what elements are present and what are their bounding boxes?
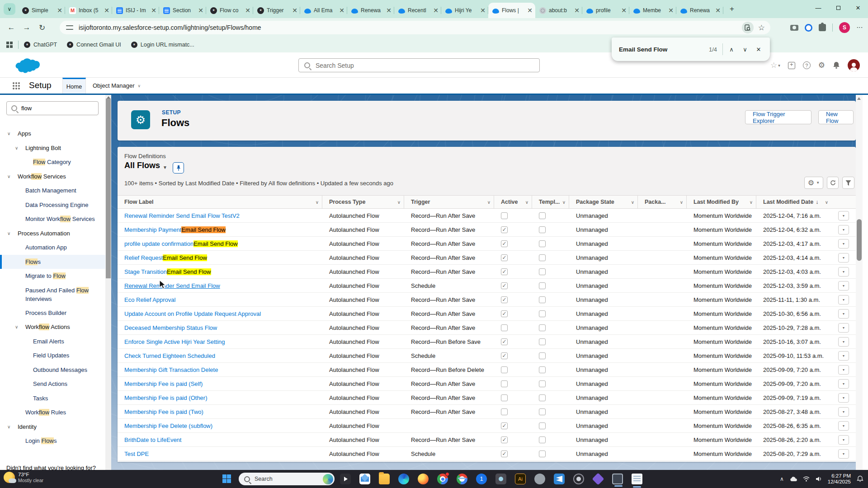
sidebar-item-workflow-rules[interactable]: Workflow Rules bbox=[0, 405, 105, 420]
chevron-down-icon[interactable]: ∨ bbox=[7, 226, 10, 241]
flow-label-link[interactable]: BrithDate to LifeEvent bbox=[118, 433, 322, 446]
tray-expand-icon[interactable]: ∧ bbox=[780, 476, 784, 482]
taskbar-clock[interactable]: 6:27 PM 12/4/2025 bbox=[828, 473, 851, 485]
setup-gear-icon[interactable]: ⚙ bbox=[818, 61, 825, 70]
row-actions-dropdown-button[interactable]: ▼ bbox=[838, 295, 849, 305]
row-actions-dropdown-button[interactable]: ▼ bbox=[838, 393, 849, 403]
row-actions-dropdown-button[interactable]: ▼ bbox=[838, 211, 849, 221]
list-view-name[interactable]: All Flows bbox=[124, 161, 160, 170]
tab-search-button[interactable]: ∨ bbox=[4, 3, 15, 15]
tab-close-icon[interactable]: ✕ bbox=[433, 7, 439, 14]
sidebar-item-identity[interactable]: ∨Identity bbox=[0, 420, 105, 434]
column-menu-icon[interactable]: ∨ bbox=[562, 200, 566, 205]
column-menu-icon[interactable]: ∨ bbox=[525, 200, 528, 205]
sidebar-item-paused-and-failed-flow-interviews[interactable]: Paused And Failed Flow Interviews bbox=[0, 283, 105, 306]
page-scrollbar[interactable] bbox=[856, 95, 863, 470]
global-actions-plus-icon[interactable] bbox=[788, 62, 795, 69]
address-bar[interactable]: isijoftoronto.my.salesforce-setup.com/li… bbox=[60, 21, 770, 34]
column-header-packa[interactable]: Packa...∨ bbox=[638, 196, 687, 208]
flow-label-link[interactable]: Test DPE bbox=[118, 447, 322, 460]
onepassword-app-icon[interactable] bbox=[476, 474, 487, 484]
favorites-star-icon[interactable]: ☆▾ bbox=[770, 61, 780, 70]
browser-tab-0[interactable]: Simple✕ bbox=[18, 3, 65, 18]
extensions-puzzle-icon[interactable] bbox=[819, 24, 826, 31]
list-view-caret-icon[interactable]: ▼ bbox=[163, 165, 167, 170]
chevron-down-icon[interactable]: ∨ bbox=[7, 420, 10, 434]
purple-diamond-app-icon[interactable] bbox=[592, 473, 604, 485]
tab-close-icon[interactable]: ✕ bbox=[668, 7, 674, 14]
sidebar-item-automation-app[interactable]: Automation App bbox=[0, 240, 105, 255]
sidebar-quick-find[interactable]: flow bbox=[6, 101, 99, 115]
tab-close-icon[interactable]: ✕ bbox=[245, 7, 250, 14]
chrome-browser-badged-icon[interactable] bbox=[437, 474, 448, 484]
start-button[interactable] bbox=[222, 474, 231, 483]
media-player-icon[interactable] bbox=[340, 474, 351, 484]
flow-label-link[interactable]: Membership Fee is paid (Two) bbox=[118, 405, 322, 418]
column-menu-icon[interactable]: ∨ bbox=[316, 200, 319, 205]
row-actions-dropdown-button[interactable]: ▼ bbox=[838, 379, 849, 389]
taskbar-weather-widget[interactable]: 73°F Mostly clear bbox=[4, 472, 43, 483]
sidebar-item-workflow-services[interactable]: ∨Workflow Services bbox=[0, 169, 105, 184]
sidebar-item-field-updates[interactable]: Field Updates bbox=[0, 348, 105, 363]
browser-tab-13[interactable]: Membe✕ bbox=[629, 3, 676, 18]
browser-tab-12[interactable]: profile✕ bbox=[582, 3, 629, 18]
browser-tab-14[interactable]: Renewa✕ bbox=[676, 3, 723, 18]
flow-label-link[interactable]: Eco Relief Approval bbox=[118, 293, 322, 306]
sidebar-item-process-builder[interactable]: Process Builder bbox=[0, 306, 105, 320]
tab-close-icon[interactable]: ✕ bbox=[386, 7, 392, 14]
mail-app-icon[interactable] bbox=[359, 474, 370, 484]
page-scrollbar-thumb[interactable] bbox=[857, 219, 862, 261]
tab-close-icon[interactable]: ✕ bbox=[198, 7, 203, 14]
flow-label-link[interactable]: Membership Payment Email Send Flow bbox=[118, 223, 322, 236]
list-settings-button[interactable]: ⚙▼ bbox=[804, 177, 823, 189]
volume-icon[interactable] bbox=[816, 476, 822, 482]
row-actions-dropdown-button[interactable]: ▼ bbox=[838, 253, 849, 263]
onepassword-extension-icon[interactable] bbox=[805, 24, 812, 32]
find-in-page-icon[interactable] bbox=[742, 22, 754, 33]
reload-button[interactable]: ↻ bbox=[34, 23, 50, 33]
column-menu-icon[interactable]: ∨ bbox=[631, 200, 634, 205]
sidebar-item-batch-management[interactable]: Batch Management bbox=[0, 183, 105, 198]
bookmark-item-1[interactable]: Connect Gmail UI bbox=[67, 42, 121, 48]
sidebar-item-flow-category[interactable]: Flow Category bbox=[0, 155, 105, 169]
sidebar-item-apps[interactable]: ∨Apps bbox=[0, 127, 105, 141]
find-previous-button[interactable]: ∧ bbox=[725, 46, 738, 53]
refresh-button[interactable] bbox=[827, 177, 839, 189]
row-actions-dropdown-button[interactable]: ▼ bbox=[838, 449, 849, 459]
tab-close-icon[interactable]: ✕ bbox=[57, 7, 62, 14]
bookmark-item-2[interactable]: Login URL mismatc... bbox=[131, 42, 194, 48]
chevron-down-icon[interactable]: ∨ bbox=[15, 141, 18, 155]
taskbar-search[interactable]: Search bbox=[239, 473, 335, 485]
row-actions-dropdown-button[interactable]: ▼ bbox=[838, 323, 849, 333]
tab-object-manager[interactable]: Object Manager∨ bbox=[86, 78, 147, 94]
sidebar-scrollbar[interactable] bbox=[105, 95, 111, 470]
monitor-app-icon[interactable] bbox=[612, 474, 623, 484]
column-menu-icon[interactable]: ∨ bbox=[750, 200, 753, 205]
sidebar-scrollbar-thumb[interactable] bbox=[106, 99, 111, 278]
find-bar[interactable]: Email Send Flow 1/4 ∧ ∨ ✕ bbox=[612, 38, 770, 61]
row-actions-dropdown-button[interactable]: ▼ bbox=[838, 281, 849, 291]
tab-close-icon[interactable]: ✕ bbox=[480, 7, 486, 14]
browser-tab-6[interactable]: All Ema✕ bbox=[300, 3, 347, 18]
row-actions-dropdown-button[interactable]: ▼ bbox=[838, 421, 849, 431]
browser-tab-7[interactable]: Renewa✕ bbox=[347, 3, 394, 18]
tab-close-icon[interactable]: ✕ bbox=[339, 7, 344, 14]
back-button[interactable]: ← bbox=[4, 23, 19, 32]
help-question-icon[interactable]: ? bbox=[803, 61, 811, 69]
notepad-app-icon[interactable] bbox=[632, 474, 642, 484]
flow-label-link[interactable]: Check Turned Eighteen Scheduled bbox=[118, 349, 322, 362]
browser-tab-11[interactable]: about:b✕ bbox=[535, 3, 582, 18]
new-tab-button[interactable]: + bbox=[726, 3, 738, 15]
tab-close-icon[interactable]: ✕ bbox=[527, 7, 533, 14]
tab-close-icon[interactable]: ✕ bbox=[151, 7, 156, 14]
row-actions-dropdown-button[interactable]: ▼ bbox=[838, 225, 849, 235]
flow-label-link[interactable]: Update Account on Profile Update Request… bbox=[118, 307, 322, 320]
app-launcher-waffle-icon[interactable] bbox=[13, 82, 20, 89]
row-actions-dropdown-button[interactable]: ▼ bbox=[838, 435, 849, 445]
sidebar-item-data-processing-engine[interactable]: Data Processing Engine bbox=[0, 198, 105, 212]
filter-button[interactable] bbox=[842, 177, 854, 189]
file-explorer-icon[interactable] bbox=[379, 474, 390, 484]
setup-global-search[interactable]: Search Setup bbox=[298, 58, 540, 72]
tab-home[interactable]: Home bbox=[62, 78, 86, 94]
browser-tab-3[interactable]: Section✕ bbox=[159, 3, 206, 18]
